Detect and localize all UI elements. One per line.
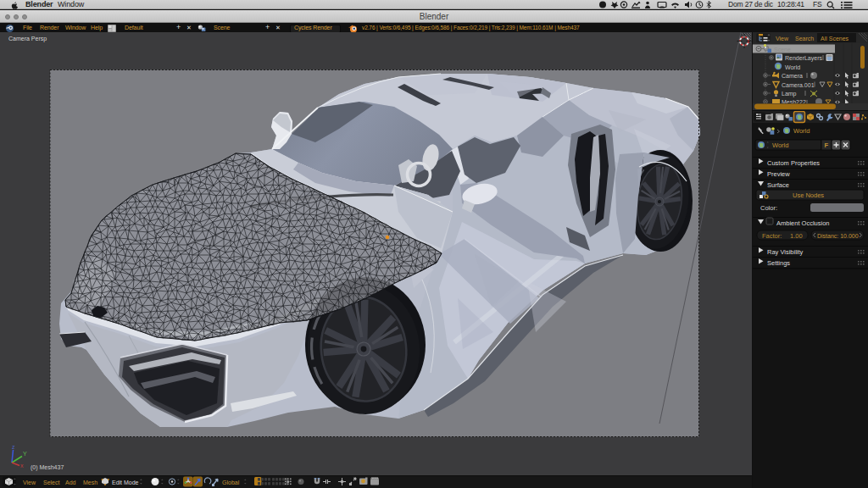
svg-text:World: World: [793, 127, 810, 135]
svg-text:Ambient Occlusion: Ambient Occlusion: [776, 219, 830, 227]
svg-text:All Scenes: All Scenes: [821, 36, 849, 42]
svg-text:F: F: [825, 141, 829, 149]
svg-text:Distanc: 10.000: Distanc: 10.000: [817, 233, 859, 239]
svg-text:Select: Select: [43, 480, 60, 485]
svg-text:World: World: [772, 141, 788, 149]
svg-text:Camera: Camera: [782, 73, 803, 79]
svg-text:Camera.001: Camera.001: [782, 82, 815, 88]
svg-text:RenderLayers: RenderLayers: [785, 55, 822, 62]
svg-text:Custom Properties: Custom Properties: [767, 159, 820, 167]
svg-text:x: x: [20, 463, 24, 469]
svg-text:World: World: [785, 64, 800, 70]
svg-text:Surface: Surface: [767, 181, 789, 189]
svg-text:Settings: Settings: [767, 259, 790, 267]
svg-text:Use Nodes: Use Nodes: [793, 191, 824, 199]
svg-text:View: View: [776, 36, 789, 42]
svg-text:1.00: 1.00: [790, 232, 803, 240]
svg-text:Search: Search: [795, 36, 814, 42]
svg-text:z: z: [12, 444, 15, 450]
svg-text:Scene: Scene: [774, 47, 791, 53]
svg-text:Ray Visibility: Ray Visibility: [767, 248, 804, 256]
svg-text:Edit Mode: Edit Mode: [112, 480, 139, 485]
svg-text:Lamp: Lamp: [782, 91, 797, 97]
svg-text:Mesh: Mesh: [83, 480, 97, 485]
svg-text:Add: Add: [65, 480, 76, 485]
svg-text:View: View: [23, 480, 36, 485]
svg-text:Factor:: Factor:: [762, 232, 782, 240]
svg-text:Color:: Color:: [760, 204, 777, 212]
svg-text:Y: Y: [23, 451, 27, 457]
svg-text:Global: Global: [222, 480, 240, 485]
svg-text:Preview: Preview: [767, 170, 790, 178]
